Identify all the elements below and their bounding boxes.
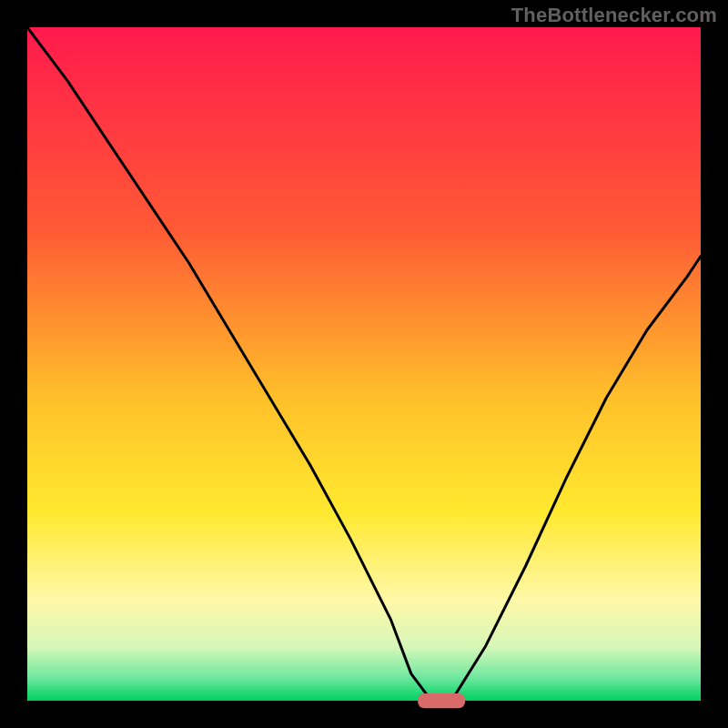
bottleneck-chart xyxy=(0,0,728,728)
plot-background xyxy=(27,27,701,701)
optimal-range-marker xyxy=(418,693,465,708)
chart-frame: TheBottlenecker.com xyxy=(0,0,728,728)
watermark-text: TheBottlenecker.com xyxy=(511,4,717,27)
